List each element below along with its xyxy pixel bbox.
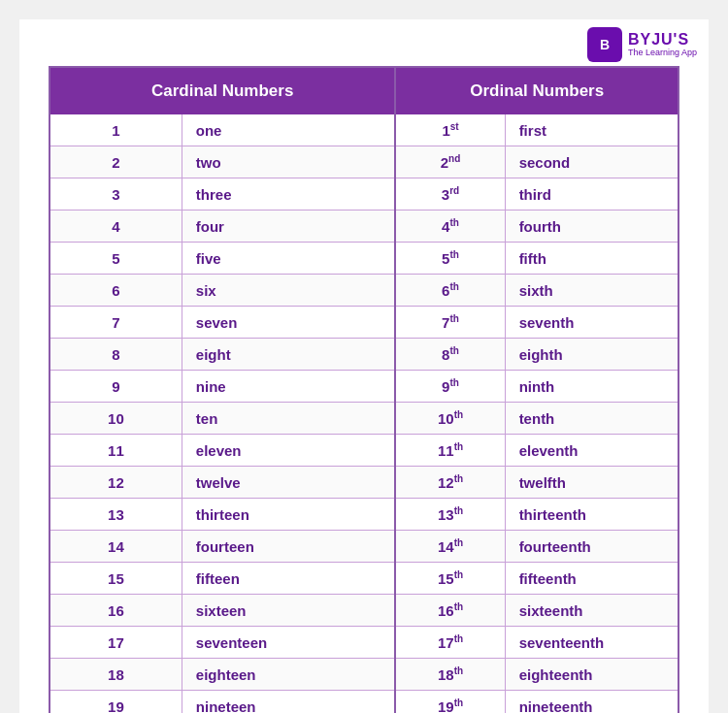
cardinal-word: seven (182, 307, 395, 339)
table-row: 17seventeen17thseventeenth (50, 627, 678, 659)
table-row: 2two2ndsecond (50, 146, 678, 178)
ordinal-word: tenth (505, 403, 678, 435)
cardinal-word: fifteen (182, 563, 395, 595)
table-row: 6six6thsixth (50, 275, 678, 307)
cardinal-number: 14 (50, 531, 182, 563)
ordinal-number: 14th (395, 531, 505, 563)
cardinal-number: 17 (50, 627, 182, 659)
table-row: 12twelve12thtwelfth (50, 467, 678, 499)
ordinal-word: eleventh (505, 435, 678, 467)
table-row: 1one1stfirst (50, 114, 678, 146)
ordinal-word: twelfth (505, 467, 678, 499)
byju-logo-icon: B (587, 27, 622, 62)
cardinal-number: 9 (50, 371, 182, 403)
table-container: Cardinal Numbers Ordinal Numbers 1one1st… (19, 66, 709, 713)
table-row: 9nine9thninth (50, 371, 678, 403)
table-row: 15fifteen15thfifteenth (50, 563, 678, 595)
cardinal-number: 6 (50, 275, 182, 307)
numbers-table: Cardinal Numbers Ordinal Numbers 1one1st… (49, 66, 679, 713)
logo-sub-text: The Learning App (628, 49, 697, 58)
ordinal-word: seventh (505, 307, 678, 339)
ordinal-word: third (505, 178, 678, 211)
ordinal-number: 3rd (395, 178, 505, 211)
ordinal-word: seventeenth (505, 627, 678, 659)
ordinal-word: fourteenth (505, 531, 678, 563)
ordinal-word: sixth (505, 275, 678, 307)
ordinal-number: 2nd (395, 146, 505, 178)
ordinal-word: ninth (505, 371, 678, 403)
cardinal-word: sixteen (182, 595, 395, 627)
cardinal-number: 8 (50, 339, 182, 371)
ordinal-word: nineteenth (505, 691, 678, 714)
table-row: 10ten10thtenth (50, 403, 678, 435)
cardinal-number: 13 (50, 499, 182, 531)
ordinal-number: 13th (395, 499, 505, 531)
ordinal-word: thirteenth (505, 499, 678, 531)
cardinal-header: Cardinal Numbers (50, 67, 395, 114)
cardinal-number: 4 (50, 211, 182, 243)
cardinal-number: 18 (50, 659, 182, 691)
cardinal-number: 2 (50, 146, 182, 178)
ordinal-word: eighteenth (505, 659, 678, 691)
cardinal-word: one (182, 114, 395, 146)
ordinal-number: 17th (395, 627, 505, 659)
table-row: 5five5thfifth (50, 243, 678, 275)
cardinal-word: thirteen (182, 499, 395, 531)
table-row: 3three3rdthird (50, 178, 678, 211)
table-row: 14fourteen14thfourteenth (50, 531, 678, 563)
ordinal-word: fifteenth (505, 563, 678, 595)
ordinal-word: sixteenth (505, 595, 678, 627)
table-row: 13thirteen13ththirteenth (50, 499, 678, 531)
ordinal-number: 5th (395, 243, 505, 275)
ordinal-word: second (505, 146, 678, 178)
ordinal-number: 7th (395, 307, 505, 339)
ordinal-word: eighth (505, 339, 678, 371)
table-row: 4four4thfourth (50, 211, 678, 243)
cardinal-word: eight (182, 339, 395, 371)
cardinal-word: seventeen (182, 627, 395, 659)
cardinal-word: nine (182, 371, 395, 403)
table-row: 11eleven11theleventh (50, 435, 678, 467)
cardinal-word: two (182, 146, 395, 178)
cardinal-number: 5 (50, 243, 182, 275)
cardinal-number: 7 (50, 307, 182, 339)
cardinal-number: 1 (50, 114, 182, 146)
table-body: 1one1stfirst2two2ndsecond3three3rdthird4… (50, 114, 678, 713)
cardinal-number: 15 (50, 563, 182, 595)
ordinal-number: 15th (395, 563, 505, 595)
ordinal-word: fifth (505, 243, 678, 275)
cardinal-number: 10 (50, 403, 182, 435)
ordinal-header: Ordinal Numbers (395, 67, 678, 114)
page-wrapper: B BYJU'S The Learning App Cardinal Numbe… (19, 19, 709, 713)
table-header-row: Cardinal Numbers Ordinal Numbers (50, 67, 678, 114)
table-row: 7seven7thseventh (50, 307, 678, 339)
table-row: 8eight8theighth (50, 339, 678, 371)
ordinal-number: 1st (395, 114, 505, 146)
ordinal-word: first (505, 114, 678, 146)
ordinal-number: 9th (395, 371, 505, 403)
logo-text: BYJU'S The Learning App (628, 31, 697, 57)
cardinal-word: nineteen (182, 691, 395, 714)
svg-text:B: B (600, 37, 610, 52)
cardinal-number: 3 (50, 178, 182, 211)
cardinal-word: three (182, 178, 395, 211)
logo-main-text: BYJU'S (628, 31, 697, 49)
ordinal-number: 8th (395, 339, 505, 371)
cardinal-number: 19 (50, 691, 182, 714)
cardinal-number: 16 (50, 595, 182, 627)
cardinal-word: twelve (182, 467, 395, 499)
cardinal-number: 11 (50, 435, 182, 467)
cardinal-number: 12 (50, 467, 182, 499)
table-row: 16sixteen16thsixteenth (50, 595, 678, 627)
table-row: 18eighteen18theighteenth (50, 659, 678, 691)
table-row: 19nineteen19thnineteenth (50, 691, 678, 714)
ordinal-number: 19th (395, 691, 505, 714)
logo-area: B BYJU'S The Learning App (19, 19, 709, 66)
ordinal-number: 6th (395, 275, 505, 307)
cardinal-word: five (182, 243, 395, 275)
ordinal-number: 10th (395, 403, 505, 435)
cardinal-word: eighteen (182, 659, 395, 691)
cardinal-word: eleven (182, 435, 395, 467)
cardinal-word: four (182, 211, 395, 243)
logo-box: B BYJU'S The Learning App (587, 27, 697, 62)
